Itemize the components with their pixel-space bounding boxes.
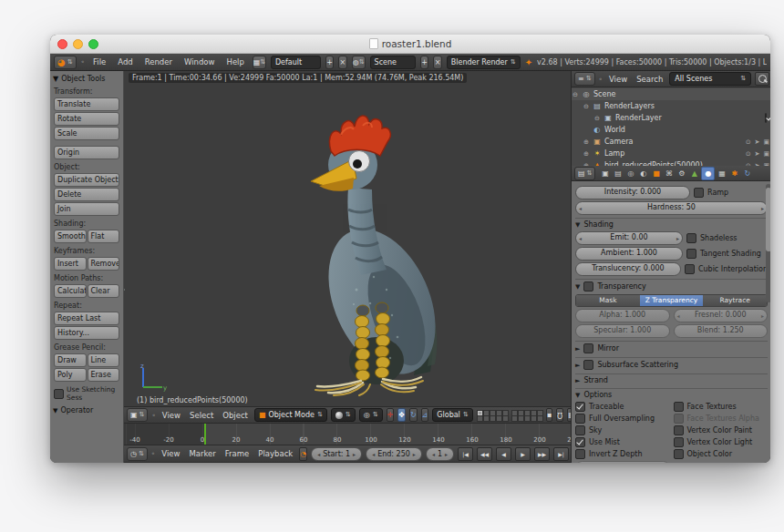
- object-color-checkbox[interactable]: [674, 449, 684, 459]
- selectable-icon[interactable]: ➤: [755, 138, 760, 146]
- outliner-label[interactable]: Lamp: [604, 149, 624, 158]
- tab-texture[interactable]: ▦: [716, 168, 727, 179]
- expand-icon[interactable]: ⊖: [593, 115, 601, 122]
- outliner-row-camera[interactable]: ⊕ ▣ Camera ⊙ ➤ ▣: [572, 136, 770, 148]
- collapse-icon[interactable]: ▼: [53, 407, 57, 414]
- outliner-row-renderlayer[interactable]: ⊖ ▣ RenderLayer: [572, 112, 770, 124]
- traceable-checkbox[interactable]: [575, 402, 585, 412]
- remove-keyframe-button[interactable]: Remove: [88, 257, 120, 271]
- hide-icon[interactable]: ⊙: [746, 150, 751, 158]
- z-offset-field[interactable]: ◂Z Offset: 0.000▸: [575, 461, 670, 463]
- join-button[interactable]: Join: [54, 202, 119, 216]
- tl-frame-menu[interactable]: Frame: [222, 449, 252, 458]
- tool-shelf-title[interactable]: Object Tools: [61, 75, 105, 83]
- end-frame-field[interactable]: ◂End: 250▸: [366, 447, 422, 461]
- screen-layout-icon[interactable]: ▦⇅: [253, 56, 266, 69]
- header-collapse-icon[interactable]: ∘: [151, 412, 155, 419]
- strand-section-header[interactable]: ►Strand: [575, 373, 768, 385]
- header-collapse-icon[interactable]: ∘: [151, 450, 155, 457]
- clear-paths-button[interactable]: Clear: [88, 284, 120, 298]
- calculate-paths-button[interactable]: Calculate: [54, 284, 87, 298]
- play-reverse-button[interactable]: ◀: [496, 447, 511, 461]
- gp-draw-button[interactable]: Draw: [54, 353, 87, 367]
- fresnel-field[interactable]: ◂Fresnel: 0.000▸: [674, 309, 769, 322]
- menu-file[interactable]: File: [89, 57, 109, 66]
- translate-manipulator[interactable]: ✥: [397, 408, 406, 422]
- add-scene-button[interactable]: +: [420, 56, 428, 69]
- viewport-shading-selector[interactable]: ⇅: [331, 408, 356, 422]
- mirror-checkbox[interactable]: [583, 343, 593, 353]
- outliner-row-bird[interactable]: ⊕ ▲ bird_reducedPoints(50000) ⊙ ➤ ▣: [572, 159, 770, 166]
- layers-group-2[interactable]: [511, 410, 542, 421]
- menu-add[interactable]: Add: [114, 57, 136, 66]
- mode-ztransparency[interactable]: Z Transparency: [640, 295, 704, 306]
- lock-layers-button[interactable]: ▪: [546, 408, 552, 422]
- cubic-interpolation-checkbox[interactable]: [685, 264, 695, 274]
- menu-window[interactable]: Window: [181, 57, 219, 66]
- emit-field[interactable]: ◂Emit: 0.00▸: [575, 231, 683, 245]
- mode-mask[interactable]: Mask: [576, 295, 640, 306]
- snap-toggle-button[interactable]: Ω: [556, 408, 563, 422]
- translate-button[interactable]: Translate: [54, 97, 119, 111]
- shadeless-checkbox[interactable]: [686, 233, 696, 243]
- options-section-header[interactable]: ▼Options: [575, 388, 768, 400]
- outliner-view-menu[interactable]: View: [606, 75, 630, 84]
- tab-constraints[interactable]: ⌘: [663, 168, 675, 179]
- expand-icon[interactable]: ⊖: [583, 103, 590, 110]
- ramp-checkbox[interactable]: [694, 188, 704, 198]
- timeline-ruler[interactable]: -40 -20 0 20 40 60 80 100 120 140 160 18…: [124, 424, 571, 445]
- gp-poly-button[interactable]: Poly: [54, 368, 87, 382]
- screen-layout-selector[interactable]: Default: [271, 56, 321, 69]
- intensity-slider[interactable]: Intensity: 0.000: [575, 186, 690, 200]
- rotate-button[interactable]: Rotate: [54, 112, 119, 126]
- face-textures-alpha-checkbox[interactable]: [674, 414, 684, 424]
- origin-button[interactable]: Origin: [54, 146, 119, 159]
- gp-erase-button[interactable]: Erase: [88, 368, 120, 382]
- renderlayer-enable-checkbox[interactable]: [765, 113, 767, 123]
- editor-type-button-properties[interactable]: ▤⇅: [574, 167, 595, 180]
- outliner-search-menu[interactable]: Search: [634, 75, 665, 84]
- render-engine-selector[interactable]: Blender Render⇅: [447, 56, 521, 69]
- editor-type-button-info[interactable]: ◕⇅: [54, 56, 77, 69]
- mode-selector[interactable]: ■Object Mode⇅: [254, 408, 327, 422]
- hide-icon[interactable]: ⊙: [746, 138, 751, 146]
- rotate-manipulator[interactable]: ↻: [409, 408, 418, 422]
- vertex-color-paint-checkbox[interactable]: [674, 425, 684, 435]
- viewport-3d[interactable]: Frame:1 | Time:00:34.66 | Ve:24999 Fa:50…: [124, 71, 571, 406]
- menu-render[interactable]: Render: [141, 57, 176, 66]
- insert-keyframe-button[interactable]: Insert: [54, 257, 87, 271]
- tab-world[interactable]: ◐: [637, 168, 649, 179]
- duplicate-objects-button[interactable]: Duplicate Objects: [54, 173, 119, 187]
- start-frame-field[interactable]: ◂Start: 1▸: [311, 447, 362, 461]
- blend-field[interactable]: Blend: 1.250: [674, 324, 769, 338]
- jump-to-start-button[interactable]: |◀: [458, 447, 473, 461]
- specular-slider[interactable]: Specular: 1.000: [575, 324, 670, 338]
- delete-layout-button[interactable]: ×: [338, 56, 346, 69]
- flat-button[interactable]: Flat: [88, 230, 120, 243]
- layers-group-1[interactable]: [477, 410, 508, 421]
- invert-z-depth-checkbox[interactable]: [575, 449, 585, 459]
- vertex-color-light-checkbox[interactable]: [674, 437, 684, 447]
- header-collapse-icon[interactable]: ∘: [81, 58, 85, 66]
- play-button[interactable]: ▶: [515, 447, 531, 461]
- tab-render[interactable]: ▣: [599, 168, 611, 179]
- scene-selector-icon[interactable]: ◍⇅: [352, 56, 366, 69]
- history-button[interactable]: History...: [54, 326, 119, 340]
- pivot-point-selector[interactable]: ◎⇅: [359, 408, 383, 422]
- editor-type-button-timeline[interactable]: ◷⇅: [127, 447, 148, 461]
- manipulator-toggle[interactable]: ✛: [387, 408, 395, 422]
- editor-type-button-3d[interactable]: ▣⇅: [127, 408, 148, 422]
- tangent-shading-checkbox[interactable]: [686, 249, 696, 259]
- alpha-slider[interactable]: Alpha: 1.000: [575, 309, 670, 322]
- select-menu[interactable]: Select: [187, 411, 216, 420]
- tab-physics[interactable]: ↻: [741, 168, 753, 179]
- hardness-slider[interactable]: ◂Hardness: 50▸: [575, 201, 768, 215]
- outliner-label[interactable]: World: [604, 126, 625, 134]
- delete-scene-button[interactable]: ×: [433, 56, 441, 69]
- mirror-section-header[interactable]: ►Mirror: [575, 341, 768, 354]
- transparency-section-header[interactable]: ▼Transparency: [575, 279, 768, 292]
- next-keyframe-button[interactable]: ▶▶: [534, 447, 550, 461]
- smooth-button[interactable]: Smooth: [54, 230, 87, 243]
- tab-object[interactable]: ■: [650, 168, 662, 179]
- outliner-row-renderlayers[interactable]: ⊖ ▤ RenderLayers: [572, 100, 770, 112]
